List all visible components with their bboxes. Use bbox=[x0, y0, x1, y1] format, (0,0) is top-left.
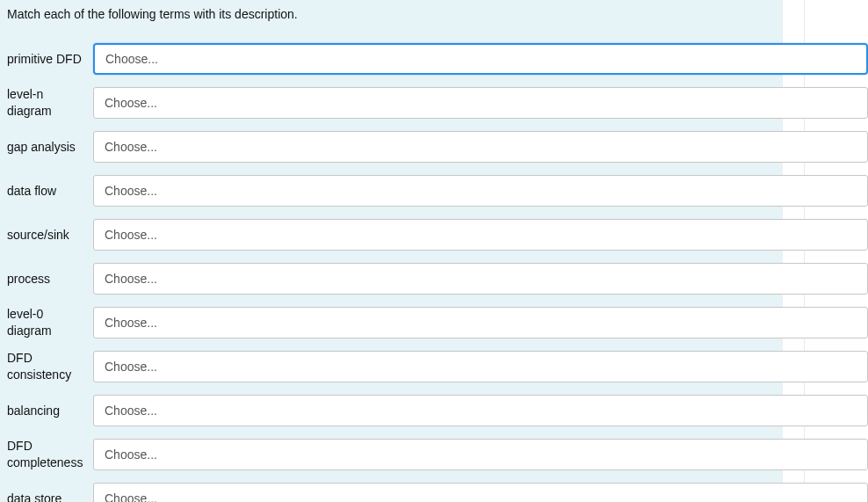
select-placeholder: Choose... bbox=[105, 228, 157, 242]
match-row: DFD consistency Choose... bbox=[0, 345, 782, 389]
select-wrap: Choose... bbox=[93, 351, 868, 382]
select-placeholder: Choose... bbox=[105, 140, 157, 154]
select-wrap: Choose... bbox=[93, 307, 868, 338]
right-gutter bbox=[782, 0, 868, 502]
select-placeholder: Choose... bbox=[105, 272, 157, 286]
select-wrap: Choose... bbox=[93, 131, 868, 163]
term-label-data-flow: data flow bbox=[7, 183, 93, 200]
match-row: level-0 diagram Choose... bbox=[0, 301, 782, 345]
match-row: data store Choose... bbox=[0, 477, 782, 502]
select-wrap: Choose... bbox=[93, 439, 868, 470]
main-panel: Match each of the following terms with i… bbox=[0, 0, 782, 502]
page-container: Match each of the following terms with i… bbox=[0, 0, 868, 502]
select-level-0-diagram[interactable]: Choose... bbox=[93, 307, 868, 338]
select-placeholder: Choose... bbox=[105, 184, 157, 198]
match-row: DFD completeness Choose... bbox=[0, 433, 782, 477]
match-row: process Choose... bbox=[0, 257, 782, 301]
select-dfd-consistency[interactable]: Choose... bbox=[93, 351, 868, 382]
match-row: source/sink Choose... bbox=[0, 213, 782, 257]
term-label-source-sink: source/sink bbox=[7, 227, 93, 244]
term-label-primitive-dfd: primitive DFD bbox=[7, 51, 93, 68]
select-data-store[interactable]: Choose... bbox=[93, 483, 868, 502]
term-label-level-0-diagram: level-0 diagram bbox=[7, 306, 93, 339]
select-wrap: Choose... bbox=[93, 43, 868, 75]
select-placeholder: Choose... bbox=[105, 360, 157, 374]
term-label-process: process bbox=[7, 271, 93, 287]
instruction-text: Match each of the following terms with i… bbox=[0, 0, 782, 37]
term-label-balancing: balancing bbox=[7, 403, 93, 419]
select-placeholder: Choose... bbox=[105, 404, 157, 418]
select-placeholder: Choose... bbox=[105, 447, 157, 462]
match-row: data flow Choose... bbox=[0, 169, 782, 213]
select-gap-analysis[interactable]: Choose... bbox=[93, 131, 868, 163]
term-label-dfd-consistency: DFD consistency bbox=[7, 350, 93, 383]
select-wrap: Choose... bbox=[93, 87, 868, 119]
term-label-gap-analysis: gap analysis bbox=[7, 139, 93, 156]
select-wrap: Choose... bbox=[93, 483, 868, 502]
select-wrap: Choose... bbox=[93, 395, 868, 426]
select-placeholder: Choose... bbox=[105, 96, 157, 110]
term-label-data-store: data store bbox=[7, 491, 93, 502]
select-placeholder: Choose... bbox=[105, 316, 157, 330]
select-balancing[interactable]: Choose... bbox=[93, 395, 868, 426]
select-wrap: Choose... bbox=[93, 175, 868, 207]
select-source-sink[interactable]: Choose... bbox=[93, 219, 868, 251]
term-label-dfd-completeness: DFD completeness bbox=[7, 438, 93, 471]
match-row: balancing Choose... bbox=[0, 389, 782, 433]
match-row: level-n diagram Choose... bbox=[0, 81, 782, 125]
select-data-flow[interactable]: Choose... bbox=[93, 175, 868, 207]
select-placeholder: Choose... bbox=[105, 52, 158, 66]
select-primitive-dfd[interactable]: Choose... bbox=[93, 43, 868, 75]
term-label-level-n-diagram: level-n diagram bbox=[7, 86, 93, 120]
select-wrap: Choose... bbox=[93, 219, 868, 251]
match-row: gap analysis Choose... bbox=[0, 125, 782, 169]
select-level-n-diagram[interactable]: Choose... bbox=[93, 87, 868, 119]
select-dfd-completeness[interactable]: Choose... bbox=[93, 439, 868, 470]
match-row: primitive DFD Choose... bbox=[0, 37, 782, 81]
select-wrap: Choose... bbox=[93, 263, 868, 295]
select-process[interactable]: Choose... bbox=[93, 263, 868, 295]
select-placeholder: Choose... bbox=[105, 491, 157, 502]
